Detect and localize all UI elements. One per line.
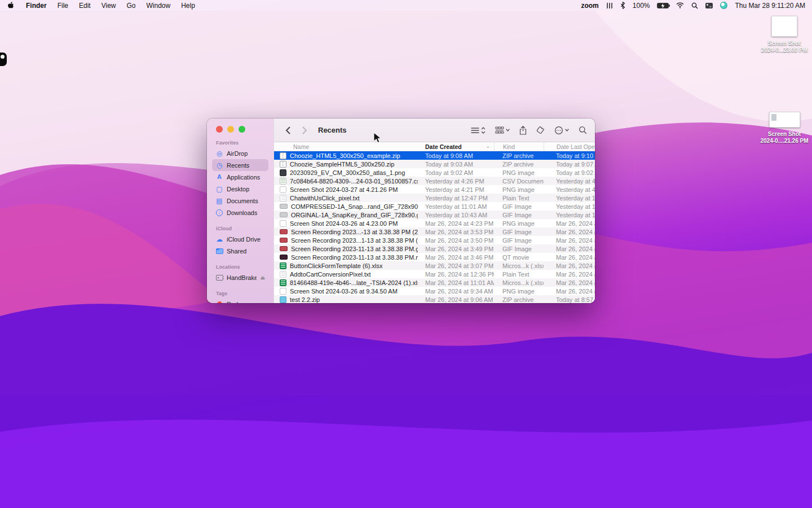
menu-item-finder[interactable]: Finder (26, 2, 47, 10)
sidebar-icloud-list: iCloud Drive Shared (212, 233, 268, 257)
file-row[interactable]: AddtoCartConversionPixel.txt Mar 26, 202… (274, 270, 595, 278)
fullscreen-button[interactable] (239, 126, 245, 133)
file-date-last-opened: Today at 9:02 AM (544, 169, 595, 176)
file-kind: GIF Image (494, 203, 544, 210)
sidebar-item[interactable]: HandBrake... (212, 271, 268, 283)
file-row[interactable]: COMPRESSED-1A_Snap...rand_GIF_728x90 (2)… (274, 202, 595, 211)
sidebar-item-icon (215, 275, 223, 281)
file-name-cell: ORGINAL-1A_SnapKey_Brand_GIF_728x90.gif (274, 212, 418, 218)
file-row[interactable]: 81466488-419e-4b46-...late_-TSIA-2024 (1… (274, 278, 595, 287)
sidebar-item[interactable]: iCloud Drive (212, 233, 268, 245)
file-date-created: Today at 9:03 AM (418, 161, 494, 168)
minimize-button[interactable] (227, 126, 234, 133)
file-kind: ZIP archive (494, 161, 544, 168)
menu-item-edit[interactable]: Edit (79, 2, 91, 10)
menu-bar: Finder File Edit View Go Window Help zoo… (0, 0, 812, 11)
list-view-icon[interactable] (471, 127, 479, 134)
menu-item-file[interactable]: File (58, 2, 68, 10)
battery-icon[interactable] (657, 3, 669, 8)
file-row[interactable]: Choozie_SampleHTML5_300x250.zip Today at… (274, 160, 595, 168)
menu-item-window[interactable]: Window (147, 2, 171, 10)
sidebar-item[interactable]: Applications (212, 171, 268, 183)
file-type-icon (280, 229, 288, 234)
file-row[interactable]: ButtonClickFormTemplate (6).xlsx Mar 26,… (274, 261, 595, 270)
file-kind: PNG image (494, 288, 544, 295)
file-name-cell: COMPRESSED-1A_Snap...rand_GIF_728x90 (2)… (274, 203, 418, 210)
sidebar-item-label: HandBrake... (227, 274, 257, 281)
column-header-kind[interactable]: Kind (494, 142, 544, 151)
file-name-cell: Choozie_HTML5_300x250_example.zip (274, 152, 418, 159)
file-date-created: Mar 26, 2024 at 9:34 AM (418, 288, 494, 295)
column-header-row: Name Date Created ⌄ Kind Date Last Opene… (274, 142, 595, 151)
desktop-file-screenshot-2[interactable]: Screen Shot 2024-0....21.26 PM (756, 112, 812, 144)
file-row[interactable]: ORGINAL-1A_SnapKey_Brand_GIF_728x90.gif … (274, 211, 595, 219)
sidebar-item[interactable]: Shared (212, 245, 268, 257)
file-row[interactable]: Screen Recording 2023-11-13 at 3.38.38 P… (274, 253, 595, 261)
share-icon[interactable] (519, 126, 527, 135)
file-date-created: Mar 26, 2024 at 3:49 PM (418, 246, 494, 252)
sort-stepper-icon[interactable] (481, 126, 486, 134)
file-row[interactable]: Choozie_HTML5_300x250_example.zip Today … (274, 151, 595, 160)
file-name-cell: 20230929_EV_CM_300x250_atlas_1.png (274, 169, 418, 176)
sidebar-item[interactable]: AirDrop (212, 147, 268, 159)
menu-item-help[interactable]: Help (181, 2, 195, 10)
sidebar-item[interactable]: Red (212, 298, 268, 303)
file-row[interactable]: 20230929_EV_CM_300x250_atlas_1.png Today… (274, 168, 595, 177)
file-row[interactable]: Screen Recording 2023...-13 at 3.38.38 P… (274, 227, 595, 236)
close-button[interactable] (216, 126, 223, 133)
wifi-icon[interactable] (676, 2, 684, 8)
desktop-file-screenshot-1[interactable]: Screen Shot 2024-0...23.00 PM (756, 16, 812, 54)
file-row[interactable]: Screen Recording 2023...1-13 at 3.38.38 … (274, 236, 595, 244)
file-kind: PNG image (494, 169, 544, 176)
file-row[interactable]: ChatwithUsClick_pixel.txt Yesterday at 1… (274, 194, 595, 202)
file-name: ButtonClickFormTemplate (6).xlsx (290, 262, 382, 269)
file-date-created: Mar 26, 2024 at 9:06 AM (418, 296, 494, 303)
file-date-created: Mar 26, 2024 at 12:36 PM (418, 271, 494, 278)
file-row[interactable]: Screen Shot 2024-03-26 at 4.23.00 PM Mar… (274, 219, 595, 227)
file-type-icon (280, 279, 286, 286)
sidebar-item[interactable]: Desktop (212, 183, 268, 195)
file-date-last-opened: Mar 26, 2024 at 12 (544, 271, 595, 278)
file-row[interactable]: Screen Shot 2024-03-26 at 9.34.50 AM Mar… (274, 287, 595, 295)
app-circle-icon[interactable] (720, 2, 727, 9)
zoom-menu-label[interactable]: zoom (581, 2, 598, 10)
spotlight-search-icon[interactable] (691, 2, 698, 9)
sidebar-item[interactable]: Documents (212, 195, 268, 207)
file-name: AddtoCartConversionPixel.txt (290, 271, 371, 278)
menubar-clock[interactable]: Thu Mar 28 9:11:20 AM (735, 2, 805, 10)
display-icon[interactable] (705, 3, 713, 8)
file-row[interactable]: test 2.2.zip Mar 26, 2024 at 9:06 AM ZIP… (274, 295, 595, 303)
more-options-icon[interactable] (554, 126, 563, 135)
file-kind: GIF Image (494, 246, 544, 252)
file-row[interactable]: Screen Recording 2023-11-13 at 3.38.38 P… (274, 244, 595, 253)
tag-icon[interactable] (536, 126, 545, 134)
column-header-date-last-opened[interactable]: Date Last Opened (544, 142, 595, 151)
file-type-icon (280, 186, 286, 193)
column-header-date-created[interactable]: Date Created ⌄ (418, 142, 494, 151)
file-row[interactable]: 7c084b64-8820-4309-...24-03-01_95100857.… (274, 177, 595, 185)
search-icon[interactable] (579, 126, 587, 134)
group-by-icon[interactable] (495, 126, 504, 134)
sidebar-item[interactable]: Recents (212, 159, 268, 171)
menu-item-go[interactable]: Go (127, 2, 136, 10)
sidebar-item[interactable]: Downloads (212, 207, 268, 218)
sidebar-section-icloud: iCloud (212, 226, 268, 231)
file-name-cell: Screen Recording 2023...-13 at 3.38.38 P… (274, 229, 418, 235)
file-date-created: Yesterday at 11:01 AM (418, 203, 494, 210)
eject-icon[interactable] (260, 275, 265, 281)
file-kind: CSV Document (494, 178, 544, 185)
back-button[interactable] (282, 124, 293, 137)
forward-button[interactable] (299, 124, 310, 137)
file-name-cell: 7c084b64-8820-4309-...24-03-01_95100857.… (274, 178, 418, 185)
bluetooth-icon[interactable] (620, 2, 625, 9)
file-type-icon (280, 161, 286, 168)
file-kind: GIF Image (494, 229, 544, 235)
waves-icon[interactable] (606, 2, 613, 9)
file-row[interactable]: Screen Shot 2024-03-27 at 4.21.26 PM Yes… (274, 185, 595, 194)
sidebar-item-icon (215, 198, 223, 204)
column-header-name[interactable]: Name (274, 142, 418, 151)
file-date-last-opened: Mar 26, 2024 at 3 (544, 229, 595, 235)
menu-item-view[interactable]: View (102, 2, 116, 10)
apple-menu-icon[interactable] (7, 2, 14, 10)
file-kind: PNG image (494, 186, 544, 193)
